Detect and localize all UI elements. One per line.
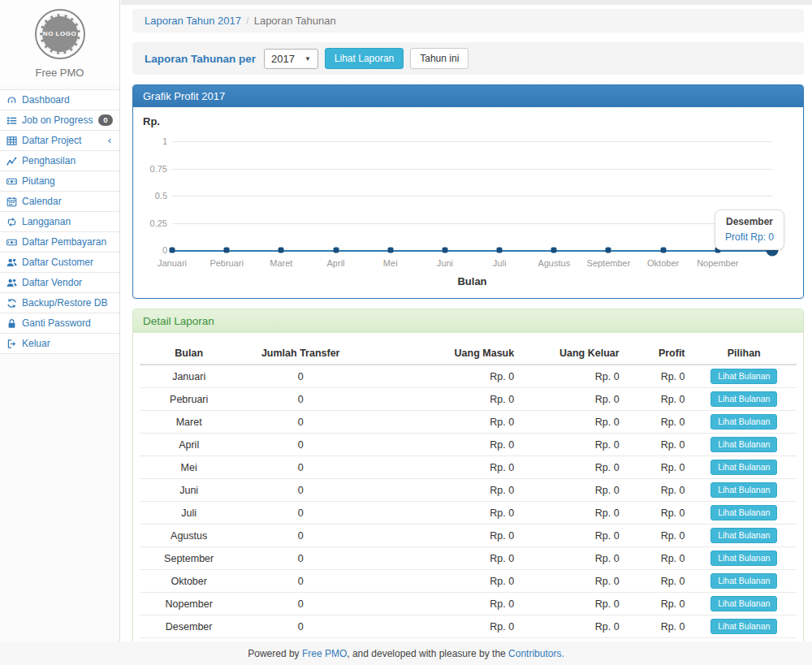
sidebar-item-label: Backup/Restore DB	[22, 297, 107, 309]
profit-chart-panel: Grafik Profit 2017 Rp. 10.750.50.250 Jan…	[132, 84, 804, 299]
chevron-down-icon: ▼	[304, 55, 311, 63]
cell-uang_masuk: Rp. 0	[363, 615, 520, 638]
cell-uang_keluar: Rp. 0	[520, 615, 625, 638]
cell-jumlah_transfer: 0	[238, 615, 363, 638]
data-point-oktober[interactable]	[660, 248, 666, 253]
cell-jumlah_transfer: 0	[238, 411, 363, 434]
sidebar-item-dashboard[interactable]: Dashboard	[0, 90, 119, 110]
sidebar-item-backup-restore-db[interactable]: Backup/Restore DB	[0, 293, 119, 313]
view-monthly-button-pebruari[interactable]: Lihat Bulanan	[710, 391, 777, 407]
count-badge: 0	[98, 114, 113, 126]
cell-uang_keluar: Rp. 0	[520, 502, 625, 525]
data-point-januari[interactable]	[170, 248, 175, 253]
table-row: September0Rp. 0Rp. 0Rp. 0Lihat Bulanan	[140, 547, 797, 570]
cell-action: Lihat Bulanan	[692, 365, 797, 388]
view-monthly-button-desember[interactable]: Lihat Bulanan	[710, 619, 777, 634]
dashboard-icon	[6, 95, 17, 106]
sidebar-item-ganti-password[interactable]: Ganti Password	[0, 313, 119, 334]
data-point-september[interactable]	[606, 248, 611, 253]
view-report-button[interactable]: Lihat Laporan	[325, 48, 404, 69]
cell-uang_keluar: Rp. 0	[520, 479, 625, 502]
data-point-maret[interactable]	[279, 248, 284, 253]
table-row: Oktober0Rp. 0Rp. 0Rp. 0Lihat Bulanan	[140, 570, 797, 593]
data-point-pebruari[interactable]	[224, 248, 230, 253]
view-monthly-button-september[interactable]: Lihat Bulanan	[710, 551, 777, 566]
cell-profit: Rp. 0	[626, 456, 692, 479]
table-row: Mei0Rp. 0Rp. 0Rp. 0Lihat Bulanan	[140, 456, 797, 479]
view-monthly-button-mei[interactable]: Lihat Bulanan	[710, 460, 777, 475]
data-point-mei[interactable]	[387, 248, 393, 253]
data-point-juni[interactable]	[442, 248, 447, 253]
cell-bulan: Juni	[140, 479, 238, 502]
view-monthly-button-agustus[interactable]: Lihat Bulanan	[710, 528, 777, 543]
sidebar-item-penghasilan[interactable]: Penghasilan	[0, 151, 119, 171]
users-icon	[6, 257, 17, 268]
x-tick-label: Januari	[158, 258, 187, 268]
data-point-juli[interactable]	[497, 248, 503, 253]
cell-jumlah_transfer: 0	[238, 547, 363, 570]
sidebar-item-daftar-customer[interactable]: Daftar Customer	[0, 253, 119, 273]
logo-text: NO LOGO	[40, 14, 80, 54]
chart-tooltip: Desember Profit Rp: 0	[715, 209, 784, 250]
table-row: Maret0Rp. 0Rp. 0Rp. 0Lihat Bulanan	[140, 411, 797, 434]
cell-uang_masuk: Rp. 0	[363, 547, 520, 570]
cell-bulan: Pebruari	[140, 388, 238, 411]
table-row: Juni0Rp. 0Rp. 0Rp. 0Lihat Bulanan	[140, 479, 797, 502]
sidebar-item-job-on-progress[interactable]: Job on Progress0	[0, 110, 119, 131]
view-monthly-button-maret[interactable]: Lihat Bulanan	[710, 414, 777, 430]
detail-report-panel: Detail Laporan BulanJumlah TransferUang …	[132, 309, 804, 665]
footer-link-contributors[interactable]: Contributors.	[508, 648, 564, 659]
cell-profit: Rp. 0	[626, 365, 692, 388]
sidebar-item-daftar-project[interactable]: Daftar Project‹	[0, 131, 119, 151]
cell-action: Lihat Bulanan	[692, 434, 797, 456]
sidebar-item-calendar[interactable]: Calendar	[0, 192, 119, 212]
sidebar-item-label: Calendar	[22, 196, 62, 207]
cell-jumlah_transfer: 0	[238, 593, 363, 615]
chevron-left-icon: ‹	[108, 136, 113, 145]
sidebar-item-piutang[interactable]: Piutang	[0, 171, 119, 192]
year-select[interactable]: 2017 ▼	[264, 49, 318, 69]
cell-action: Lihat Bulanan	[692, 615, 797, 638]
y-tick-label: 1	[133, 136, 167, 146]
cell-bulan: Mei	[140, 456, 238, 479]
footer-link-free-pmo[interactable]: Free PMO	[302, 648, 347, 659]
cell-action: Lihat Bulanan	[692, 570, 797, 593]
view-monthly-button-oktober[interactable]: Lihat Bulanan	[710, 573, 777, 589]
cell-jumlah_transfer: 0	[238, 388, 363, 411]
cell-uang_masuk: Rp. 0	[363, 502, 520, 525]
cell-action: Lihat Bulanan	[692, 502, 797, 525]
sidebar-item-label: Dashboard	[22, 94, 70, 106]
sidebar-item-daftar-pembayaran[interactable]: Daftar Pembayaran	[0, 232, 119, 253]
x-tick-label: Agustus	[538, 258, 570, 268]
view-monthly-button-juni[interactable]: Lihat Bulanan	[710, 482, 777, 498]
report-filter-bar: Laporan Tahunan per 2017 ▼ Lihat Laporan…	[132, 42, 804, 75]
this-year-button[interactable]: Tahun ini	[410, 48, 469, 69]
retweet-icon	[6, 217, 17, 227]
cell-uang_keluar: Rp. 0	[520, 456, 625, 479]
y-tick-label: 0.25	[133, 218, 167, 228]
sidebar-item-daftar-vendor[interactable]: Daftar Vendor	[0, 273, 119, 293]
cell-uang_masuk: Rp. 0	[363, 365, 520, 388]
column-header: Jumlah Transfer	[238, 343, 363, 365]
cell-profit: Rp. 0	[626, 411, 692, 434]
view-monthly-button-juli[interactable]: Lihat Bulanan	[710, 505, 777, 520]
data-point-april[interactable]	[333, 248, 339, 253]
footer: Powered by Free PMO, and developed with …	[0, 641, 812, 665]
sidebar-item-langganan[interactable]: Langganan	[0, 212, 119, 232]
money-icon	[6, 176, 17, 187]
data-point-agustus[interactable]	[551, 248, 557, 253]
cell-jumlah_transfer: 0	[238, 456, 363, 479]
cell-profit: Rp. 0	[626, 615, 692, 638]
sidebar: NO LOGO Free PMO DashboardJob on Progres…	[0, 0, 120, 641]
view-monthly-button-nopember[interactable]: Lihat Bulanan	[710, 596, 777, 611]
chart-data-line	[172, 250, 772, 252]
lock-icon	[6, 318, 17, 329]
cell-uang_masuk: Rp. 0	[363, 388, 520, 411]
cell-profit: Rp. 0	[626, 570, 692, 593]
view-monthly-button-april[interactable]: Lihat Bulanan	[710, 437, 777, 452]
footer-prefix: Powered by	[248, 648, 302, 659]
sidebar-item-keluar[interactable]: Keluar	[0, 334, 119, 354]
view-monthly-button-januari[interactable]: Lihat Bulanan	[710, 369, 777, 384]
cell-profit: Rp. 0	[626, 388, 692, 411]
breadcrumb-link-laporan-tahun[interactable]: Laporan Tahun 2017	[145, 15, 241, 27]
